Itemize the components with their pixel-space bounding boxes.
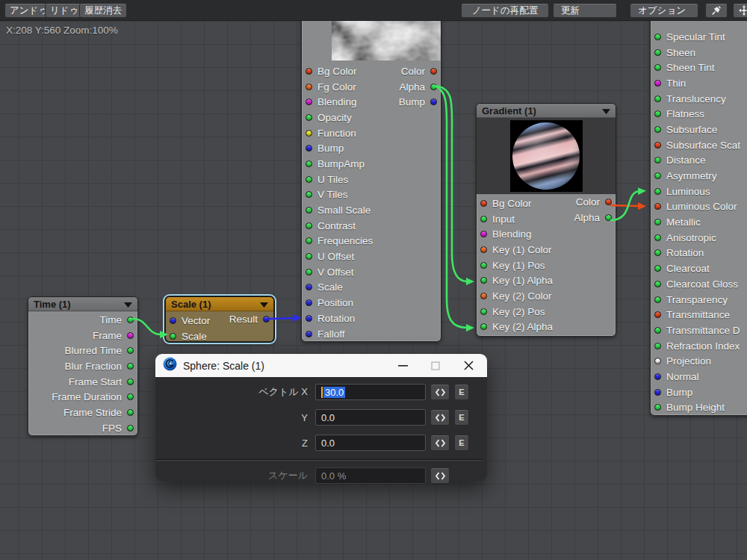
minislider-button[interactable] [430,435,450,451]
port-dot[interactable] [654,249,661,256]
port-dot[interactable] [654,343,661,349]
port-dot[interactable] [654,358,661,364]
port-dot[interactable] [480,200,487,207]
port-dot[interactable] [170,317,176,324]
rearrange-nodes-button[interactable]: ノードの再配置 [461,3,549,18]
port-dot[interactable] [430,68,437,75]
port-dot[interactable] [480,277,487,284]
port-dot[interactable] [654,172,661,179]
port-dot[interactable] [127,393,134,400]
port-dot[interactable] [480,323,487,330]
dialog-title-bar[interactable]: Sphere: Scale (1) [155,354,487,377]
port-dot[interactable] [430,84,437,90]
port-dot[interactable] [306,315,312,322]
gradient-node-header[interactable]: Gradient (1) [477,104,616,118]
chevron-down-icon[interactable] [260,297,268,311]
time-node-header[interactable]: Time (1) [28,297,137,311]
port-dot[interactable] [654,389,661,396]
port-dot[interactable] [605,214,612,221]
redo-button[interactable]: リドゥ [45,3,84,18]
envelope-button[interactable]: E [454,384,469,400]
port-dot[interactable] [306,223,312,229]
port-dot[interactable] [127,332,134,339]
port-dot[interactable] [654,311,661,318]
port-dot[interactable] [306,84,312,90]
envelope-button[interactable]: E [454,409,469,426]
port-dot[interactable] [127,379,134,385]
port-dot[interactable] [263,316,270,323]
chevron-down-icon[interactable] [602,104,610,117]
port-dot[interactable] [306,99,312,105]
port-dot[interactable] [480,293,487,299]
port-dot[interactable] [127,317,134,323]
vector-x-field[interactable]: 30.0 [315,384,426,400]
time-node[interactable]: Time (1) TimeFrameBlurred TimeBlur Fract… [28,296,138,436]
port-dot[interactable] [654,203,661,210]
surface-node[interactable]: Specular TintSheenSheen TintThinTransluc… [650,13,747,416]
port-dot[interactable] [127,409,134,416]
port-dot[interactable] [306,130,312,137]
port-dot[interactable] [654,157,661,164]
port-dot[interactable] [654,80,661,87]
port-dot[interactable] [654,234,661,241]
port-dot[interactable] [306,176,312,183]
maximize-button[interactable] [424,357,447,375]
scale-percent-field[interactable]: 0.0 % [315,467,426,484]
port-dot[interactable] [480,262,487,269]
port-dot[interactable] [654,64,661,71]
port-dot[interactable] [127,363,134,370]
port-dot[interactable] [654,111,661,117]
close-button[interactable] [457,357,480,375]
port-dot[interactable] [430,99,437,105]
update-button[interactable]: 更新 [553,3,617,18]
plug-icon[interactable] [705,3,728,18]
options-button[interactable]: オプション [630,3,698,18]
port-dot[interactable] [654,265,661,272]
port-dot[interactable] [654,404,661,411]
port-dot[interactable] [306,253,312,260]
port-dot[interactable] [306,114,312,121]
port-dot[interactable] [654,126,661,133]
clear-history-button[interactable]: 履歴消去 [79,3,127,18]
port-dot[interactable] [127,347,134,354]
port-dot[interactable] [605,199,612,205]
gradient-node[interactable]: Gradient (1) [476,103,616,337]
port-dot[interactable] [654,373,661,380]
minimize-button[interactable] [391,357,414,375]
port-dot[interactable] [654,281,661,287]
scale-node-selected[interactable]: Scale (1) VectorScale Result [165,296,274,342]
port-dot[interactable] [654,142,661,149]
port-dot[interactable] [306,145,312,152]
port-dot[interactable] [654,188,661,195]
port-dot[interactable] [306,237,312,244]
chevron-down-icon[interactable] [124,297,132,311]
port-dot[interactable] [480,308,487,315]
envelope-button[interactable]: E [454,435,469,451]
port-dot[interactable] [306,191,312,198]
port-dot[interactable] [480,231,487,237]
port-dot[interactable] [306,331,312,337]
port-dot[interactable] [306,284,312,290]
port-dot[interactable] [480,216,487,223]
scale-node-header[interactable]: Scale (1) [166,297,273,311]
minislider-button[interactable] [430,409,450,426]
port-dot[interactable] [654,327,661,334]
port-dot[interactable] [654,34,661,40]
sphere-scale-dialog[interactable]: Sphere: Scale (1) ベクトル X30.0EY0.0EZ0.0Eス… [155,354,487,481]
port-dot[interactable] [480,246,487,253]
port-dot[interactable] [306,161,312,167]
port-dot[interactable] [306,269,312,276]
port-dot[interactable] [306,207,312,214]
port-dot[interactable] [127,425,134,432]
port-dot[interactable] [654,296,661,303]
minislider-button[interactable] [430,384,450,400]
move-icon[interactable] [733,3,747,18]
minislider-button[interactable] [430,467,450,484]
port-dot[interactable] [170,333,176,340]
port-dot[interactable] [654,96,661,102]
port-dot[interactable] [654,219,661,225]
texture-node[interactable]: Bg ColorFg ColorBlendingOpacityFunctionB… [301,15,441,342]
port-dot[interactable] [306,299,312,306]
port-dot[interactable] [654,49,661,56]
vector-y-field[interactable]: 0.0 [315,409,426,426]
